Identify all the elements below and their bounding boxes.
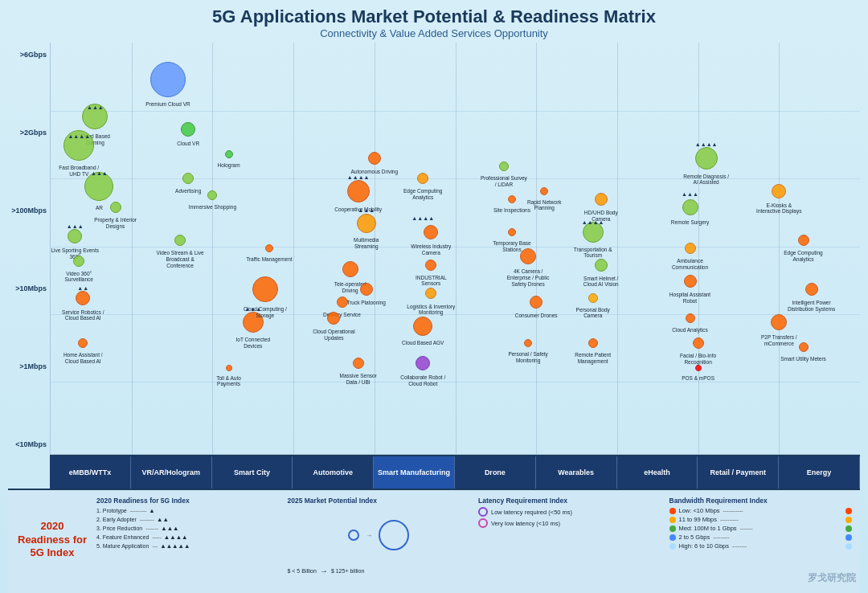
bubble-label-remote-diagnosis: Remote Diagnosis / AI Assisted	[682, 174, 731, 186]
y-label-5: >1Mbps	[8, 362, 50, 370]
bubble-property	[110, 202, 121, 213]
readiness-item-4: 4. Feature Enhanced- - - - -▲▲▲▲	[96, 534, 280, 541]
bubble-label-remote-patient: Remote Patient Management	[569, 352, 617, 365]
bubble-immersive-shopping	[207, 190, 217, 200]
bubble-label-cloud-analytics: Cloud Analytics	[666, 327, 714, 333]
market-title: 2025 Market Potential Index	[288, 497, 471, 505]
bandwidth-item-2: 11 to 99 Mbps - - - - - - - - - -	[669, 516, 853, 523]
bubble-personal-safety	[524, 339, 532, 347]
bubble-label-smart-utility: Smart Utility Meters	[780, 356, 828, 362]
bubble-video-stream	[174, 235, 186, 246]
bubble-label-video-stream: Video Stream & Live Broadcast & Conferen…	[156, 250, 204, 268]
bubble-cloud-vr	[181, 122, 195, 137]
y-label-2: >2Gbps	[8, 129, 50, 137]
bubble-label-remote-surgery: Remote Surgery	[666, 219, 714, 226]
category-mfg: Smart Manufacturing	[374, 456, 455, 489]
bubble-professional-survey	[499, 162, 509, 171]
bubble-ambulance-comm	[685, 243, 696, 254]
bubble-smart-utility	[799, 342, 809, 352]
bubble-label-professional-survey: Professional Survey / LiDAR	[480, 175, 528, 188]
categories-bar: eMBB/WTTx VR/AR/Hologram Smart City Auto…	[50, 455, 860, 489]
bubble-label-iot-connected: IoT Connected Devices	[229, 337, 277, 350]
bubble-advertising	[182, 173, 194, 184]
bandwidth-item-5: High: 6 to 10 Gbps - - - - - - - -	[669, 542, 853, 550]
latency-item-2: Very low latency (<10 ms)	[478, 518, 661, 528]
bubble-label-cloud-op-updates: Cloud Operational Updates	[309, 329, 358, 341]
bubble-autonomous-driving	[368, 152, 381, 165]
readiness-item-2: 2. Early Adopter- - - - - - - -▲▲	[96, 516, 280, 523]
bubble-label-advertising: Advertising	[164, 188, 212, 194]
latency-item-1: Low latency required (<50 ms)	[478, 507, 661, 517]
readiness-item-1: 1. Prototype- - - - - - - - -▲	[96, 507, 280, 514]
bubble-cooperative-mobility	[347, 180, 370, 202]
category-wear: Wearables	[536, 456, 617, 489]
market-scale: $ < 5 Billion → $ 125+ billion	[288, 566, 471, 575]
bubble-edge-computing-energy	[798, 235, 809, 246]
chart-main: Premium Cloud VRCloud Based GamingCloud …	[50, 43, 860, 489]
readiness-marker: ▲▲▲▲	[695, 141, 718, 147]
bubble-cloud-analytics	[686, 313, 695, 323]
bubble-ar	[84, 172, 113, 201]
bubble-multimedia-streaming	[357, 214, 376, 233]
y-axis: >6Gbps >2Gbps >100Mbps >10Mbps >1Mbps <1…	[8, 43, 50, 489]
bubble-label-premium-cloud-vr: Premium Cloud VR	[144, 101, 192, 108]
bubble-intelligent-power	[805, 283, 818, 296]
readiness-item-3: 3. Price Reduction- - - - - - -▲▲▲	[96, 525, 280, 532]
bubble-rapid-network	[540, 187, 548, 195]
bubble-cloud-agv	[413, 317, 432, 336]
bubble-ekiosks	[772, 184, 786, 198]
legend-area: 2020 Readiness for 5G Index 2020 Readine…	[8, 489, 860, 593]
watermark: 罗戈研究院	[808, 571, 856, 585]
bubble-personal-body-cam	[588, 293, 598, 303]
bubble-massive-sensor	[353, 358, 364, 369]
bubble-remote-surgery	[682, 199, 698, 215]
bandwidth-item-1: Low: <10 Mbps - - - - - - - - - - -	[669, 507, 853, 514]
main-container: 5G Applications Market Potential & Readi…	[0, 0, 868, 593]
bubble-pos-mpos	[695, 365, 702, 371]
bubble-label-4k-camera: 4K Camera / Enterprise / Public Safety D…	[504, 268, 552, 287]
bubble-4k-camera	[520, 248, 536, 264]
latency-legend: Latency Requirement Index Low latency re…	[478, 497, 661, 587]
bubble-label-cloud-vr: Cloud VR	[164, 141, 212, 147]
bubble-collaborate-robot	[416, 356, 430, 370]
bubble-truck-platooning	[360, 283, 373, 296]
bubble-label-truck-platooning: Truck Platooning	[342, 300, 391, 306]
bubble-label-edge-computing: Edge Computing Analytics	[399, 188, 447, 201]
bubble-remote-diagnosis	[695, 147, 718, 170]
bubble-hospital-assistant	[684, 275, 697, 288]
chart-area: >6Gbps >2Gbps >100Mbps >10Mbps >1Mbps <1…	[8, 43, 860, 489]
readiness-marker: ▲▲▲▲	[411, 215, 434, 221]
bubble-label-video360: Video 360° Surveillance	[55, 271, 103, 284]
bubble-smart-helmet	[595, 259, 608, 272]
bubble-toll-auto	[226, 365, 232, 371]
category-ehealth: eHealth	[617, 456, 698, 489]
bubble-remote-patient	[588, 338, 598, 348]
bubble-label-home-assistant: Home Assistant / Cloud Based AI	[59, 352, 107, 365]
bubble-cloud-op-updates	[327, 312, 340, 325]
bubble-p2p-transfers	[771, 314, 787, 330]
bubble-label-service-robotics: Service Robotics / Cloud Based AI	[59, 309, 107, 322]
y-label-1: >6Gbps	[8, 51, 50, 59]
bubble-premium-cloud-vr	[150, 62, 186, 97]
bandwidth-title: Bandwidth Requirement Index	[669, 497, 853, 505]
bubble-label-rapid-network: Rapid Network Planning	[520, 199, 568, 212]
market-legend: 2025 Market Potential Index → $ < 5 Bill…	[288, 497, 471, 587]
category-energy: Energy	[779, 456, 860, 489]
bubble-hd-uhd-body	[595, 193, 608, 206]
category-smartcity: Smart City	[212, 456, 293, 489]
bubble-label-personal-body-cam: Personal Body Camera	[569, 307, 617, 320]
readiness-marker: ▲▲▲	[91, 170, 108, 176]
bubble-label-edge-computing-energy: Edge Computing Analytics	[780, 250, 828, 263]
readiness-marker: ▲▲▲▲	[582, 219, 604, 225]
bubble-label-personal-safety: Personal / Safety Monitoring	[504, 351, 552, 364]
bubble-label-cloud-agv: Cloud Based AGV	[399, 340, 447, 346]
sub-title: Connectivity & Value Added Services Oppo…	[8, 27, 860, 39]
bubble-industrial-sensors	[425, 260, 436, 271]
bubble-label-wireless-industry: Wireless Industry Camera	[407, 243, 455, 256]
bubble-label-traffic-mgmt: Traffic Management	[245, 256, 293, 263]
bandwidth-item-4: 2 to 5 Gbps - - - - - - - - -	[669, 534, 853, 541]
bubble-wireless-industry	[424, 225, 438, 239]
bubble-edge-computing	[417, 173, 428, 184]
index-definitions-label: 2020 Readiness for 5G Index	[16, 520, 88, 561]
y-label-4: >10Mbps	[8, 284, 50, 292]
